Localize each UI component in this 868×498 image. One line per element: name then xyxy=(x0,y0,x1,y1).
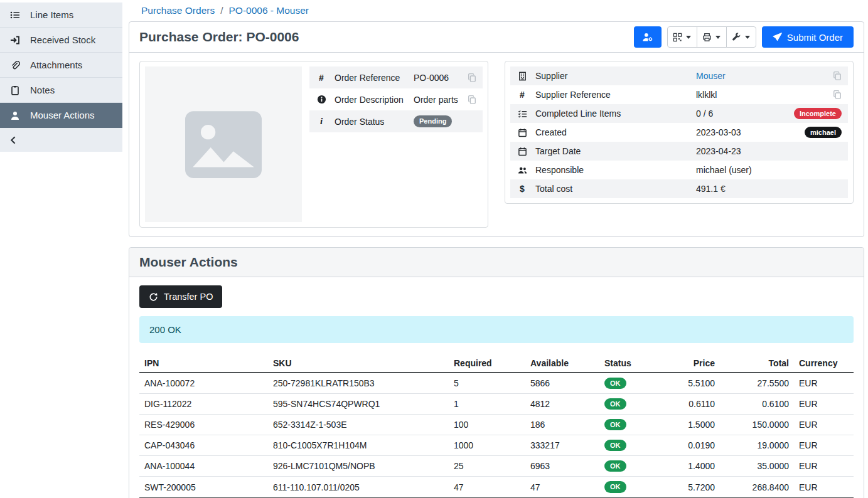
order-options-button[interactable] xyxy=(726,26,756,48)
breadcrumb-purchase-orders[interactable]: Purchase Orders xyxy=(141,5,215,16)
submit-order-button[interactable]: Submit Order xyxy=(762,26,854,48)
transfer-po-label: Transfer PO xyxy=(164,292,213,302)
cell-total: 27.5500 xyxy=(720,373,794,394)
copy-icon[interactable] xyxy=(468,95,476,104)
cell-ipn: SWT-200005 xyxy=(139,477,268,498)
detail-value: 2023-04-23 xyxy=(696,146,842,156)
cell-required: 5 xyxy=(449,373,525,394)
tools-icon xyxy=(732,33,741,42)
refresh-icon xyxy=(149,292,158,302)
sidebar-item-received-stock[interactable]: Received Stock xyxy=(0,28,122,53)
detail-row-completed-line-items: Completed Line Items 0 / 6 Incomplete xyxy=(510,104,848,123)
cell-status: OK xyxy=(599,373,670,394)
sign-in-icon xyxy=(9,35,21,45)
sidebar-item-label: Line Items xyxy=(30,9,73,20)
cell-status: OK xyxy=(599,477,670,498)
table-row: ANA-100072 250-72981KLRATR150B3 5 5866 O… xyxy=(139,373,854,394)
transfer-po-button[interactable]: Transfer PO xyxy=(139,285,222,308)
detail-value: lklklkl xyxy=(696,90,833,100)
table-row: SWT-200005 611-110.107.011/0205 47 47 OK… xyxy=(139,477,854,498)
col-header-available: Available xyxy=(525,354,599,373)
detail-row-order-status: i Order Status Pending xyxy=(309,110,483,132)
cell-status: OK xyxy=(599,435,670,456)
cell-available: 186 xyxy=(525,415,599,435)
detail-row-supplier: Supplier Mouser xyxy=(510,66,848,85)
supplier-details-card: Supplier Mouser # Supplier Reference lkl… xyxy=(505,61,854,204)
page-title: Purchase Order: PO-0006 xyxy=(139,29,299,45)
created-by-badge: michael xyxy=(805,127,842,138)
sidebar-item-label: Received Stock xyxy=(30,34,95,45)
incomplete-badge: Incomplete xyxy=(794,108,842,119)
cell-available: 4812 xyxy=(525,394,599,415)
copy-icon[interactable] xyxy=(468,73,476,82)
user-cog-icon xyxy=(642,32,653,42)
cell-total: 268.8400 xyxy=(720,477,794,498)
purchase-order-panel-header: Purchase Order: PO-0006 xyxy=(129,22,864,53)
cell-price: 5.5100 xyxy=(670,373,720,394)
status-alert: 200 OK xyxy=(139,316,854,343)
cell-price: 0.6110 xyxy=(670,394,720,415)
sidebar-item-attachments[interactable]: Attachments xyxy=(0,53,122,78)
status-ok-badge: OK xyxy=(604,398,626,410)
cell-currency: EUR xyxy=(794,394,854,415)
sidebar-item-notes[interactable]: Notes xyxy=(0,78,122,103)
info-circle-icon xyxy=(316,95,327,104)
col-header-ipn: IPN xyxy=(139,354,268,373)
cell-available: 333217 xyxy=(525,435,599,456)
sidebar-item-mouser-actions[interactable]: Mouser Actions xyxy=(0,103,122,128)
order-details-card: # Order Reference PO-0006 Order Descri xyxy=(139,61,488,228)
user-actions-button[interactable] xyxy=(634,26,662,48)
calendar-icon xyxy=(517,147,528,156)
cell-status: OK xyxy=(599,394,670,415)
breadcrumb-separator: / xyxy=(220,5,223,16)
sidebar: Line Items Received Stock Attachments No… xyxy=(0,3,122,152)
print-actions-button[interactable] xyxy=(697,26,727,48)
cell-ipn: ANA-100044 xyxy=(139,456,268,477)
chevron-left-icon xyxy=(8,135,19,146)
barcode-actions-button[interactable] xyxy=(667,26,697,48)
copy-icon[interactable] xyxy=(833,72,842,80)
detail-row-target-date: Target Date 2023-04-23 xyxy=(510,142,848,161)
list-icon xyxy=(9,10,21,20)
submit-order-label: Submit Order xyxy=(787,32,843,43)
detail-label: Supplier xyxy=(535,71,696,81)
detail-label: Order Description xyxy=(335,95,414,105)
cell-price: 1.5000 xyxy=(670,415,720,435)
status-ok-badge: OK xyxy=(604,419,626,430)
info-icon: i xyxy=(316,116,327,127)
detail-value: PO-0006 xyxy=(414,73,468,83)
sidebar-item-label: Mouser Actions xyxy=(30,110,95,120)
cell-sku: 810-C1005X7R1H104M xyxy=(268,435,449,456)
mouser-actions-panel-header: Mouser Actions xyxy=(129,248,864,277)
detail-label: Responsible xyxy=(535,165,696,175)
col-header-required: Required xyxy=(449,354,525,373)
sidebar-item-line-items[interactable]: Line Items xyxy=(0,3,122,28)
cell-available: 5866 xyxy=(525,373,599,394)
detail-row-total-cost: $ Total cost 491.1 € xyxy=(510,179,848,198)
detail-label: Order Reference xyxy=(335,73,414,83)
barcode-icon xyxy=(673,33,682,42)
caret-down-icon xyxy=(745,36,750,39)
cell-total: 0.6100 xyxy=(720,394,794,415)
cell-ipn: ANA-100072 xyxy=(139,373,268,394)
sidebar-collapse-button[interactable] xyxy=(0,128,122,152)
copy-icon[interactable] xyxy=(833,90,842,99)
cell-available: 47 xyxy=(525,477,599,498)
col-header-currency: Currency xyxy=(794,354,854,373)
paperclip-icon xyxy=(9,60,21,70)
printer-icon xyxy=(702,33,712,42)
detail-row-responsible: Responsible michael (user) xyxy=(510,161,848,179)
po-toolbar-group xyxy=(667,26,756,48)
users-icon xyxy=(517,166,528,175)
cell-sku: 595-SN74HCS74QPWRQ1 xyxy=(268,394,449,415)
breadcrumb-po-0006[interactable]: PO-0006 - Mouser xyxy=(228,5,309,16)
table-row: ANA-100044 926-LMC7101QM5/NOPB 25 6963 O… xyxy=(139,456,854,477)
detail-label: Supplier Reference xyxy=(535,90,696,100)
table-row: CAP-043046 810-C1005X7R1H104M 1000 33321… xyxy=(139,435,854,456)
detail-value: 0 / 6 xyxy=(696,109,794,119)
hash-icon: # xyxy=(517,90,528,100)
cell-total: 35.0000 xyxy=(720,456,794,477)
status-ok-badge: OK xyxy=(604,460,626,472)
list-check-icon xyxy=(517,109,528,119)
supplier-link[interactable]: Mouser xyxy=(696,71,726,81)
